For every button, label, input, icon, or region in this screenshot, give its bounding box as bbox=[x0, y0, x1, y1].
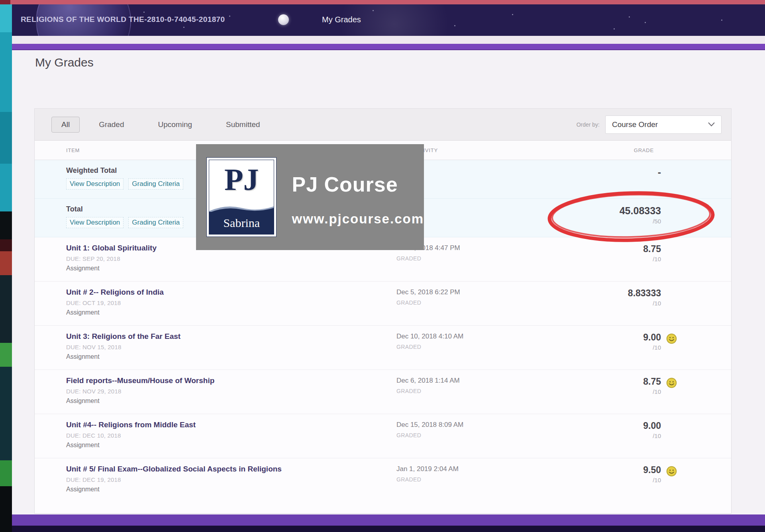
grade-cell: 8.75 /10 bbox=[595, 376, 731, 414]
content-bottom-border bbox=[12, 514, 765, 526]
item-title[interactable]: Unit 3: Religions of the Far East bbox=[66, 332, 396, 341]
star-decoration bbox=[373, 10, 374, 11]
activity-status: GRADED bbox=[396, 432, 595, 438]
star-decoration bbox=[629, 16, 630, 18]
course-header-bar: RELIGIONS OF THE WORLD THE-2810-0-74045-… bbox=[12, 4, 765, 36]
tab-graded[interactable]: Graded bbox=[99, 120, 124, 129]
last-activity-date: Dec 10, 2018 4:10 AM bbox=[396, 332, 595, 340]
grade-row: Field reports--Museum/House of Worship D… bbox=[35, 370, 731, 414]
watermark-brand: PJ Course bbox=[292, 172, 424, 196]
edge-segment bbox=[0, 486, 12, 532]
item-category: Assignment bbox=[66, 442, 396, 449]
view-description-link[interactable]: View Description bbox=[66, 217, 124, 228]
watermark-url: www.pjcourse.com bbox=[292, 211, 424, 227]
activity-status: GRADED bbox=[396, 388, 595, 394]
grade-max: /10 bbox=[643, 344, 661, 351]
screen-edge-artifact bbox=[0, 4, 12, 532]
activity-cell: Dec 6, 2018 1:14 AM GRADED bbox=[396, 376, 595, 414]
activity-status: GRADED bbox=[396, 344, 595, 350]
edge-segment bbox=[0, 164, 12, 211]
edge-segment bbox=[0, 211, 12, 251]
smiley-feedback-icon[interactable] bbox=[666, 333, 677, 344]
grade-value: 9.00 bbox=[643, 421, 661, 431]
grade-cell: 8.83333 /10 bbox=[595, 288, 731, 325]
item-due-date: DUE: NOV 29, 2018 bbox=[66, 388, 396, 395]
item-cell: Unit # 2-- Religions of India DUE: OCT 1… bbox=[35, 288, 396, 325]
item-category: Assignment bbox=[66, 486, 396, 493]
column-header-grade: GRADE bbox=[595, 147, 731, 153]
grade-cell: 8.75 /10 bbox=[595, 244, 731, 281]
smiley-feedback-icon[interactable] bbox=[666, 377, 677, 388]
last-activity-date: Dec 5, 2018 6:22 PM bbox=[396, 288, 595, 296]
activity-cell bbox=[396, 205, 595, 237]
activity-status: GRADED bbox=[396, 255, 595, 262]
item-title[interactable]: Unit #4-- Religions from Middle East bbox=[66, 421, 396, 429]
footer-bar bbox=[12, 526, 765, 532]
course-title[interactable]: RELIGIONS OF THE WORLD THE-2810-0-74045-… bbox=[21, 15, 225, 24]
grade-max: /10 bbox=[628, 300, 661, 307]
activity-cell bbox=[396, 166, 595, 198]
grade-max: /10 bbox=[643, 256, 661, 262]
grading-criteria-link[interactable]: Grading Criteria bbox=[128, 217, 183, 228]
chevron-down-icon bbox=[708, 122, 715, 127]
item-title[interactable]: Unit # 2-- Religions of India bbox=[66, 288, 396, 297]
tab-upcoming[interactable]: Upcoming bbox=[158, 120, 192, 129]
activity-cell: Dec 5, 2018 4:47 PM GRADED bbox=[396, 244, 595, 281]
tab-submitted[interactable]: Submitted bbox=[226, 120, 260, 129]
item-category: Assignment bbox=[66, 265, 396, 272]
grade-row: Unit # 5/ Final Exam--Globalized Social … bbox=[35, 458, 731, 503]
grade-max: /50 bbox=[620, 218, 661, 225]
grade-value: 45.08333 bbox=[620, 205, 661, 217]
grade-cell: 9.00 /10 bbox=[595, 332, 731, 370]
tab-all[interactable]: All bbox=[51, 117, 80, 133]
star-decoration bbox=[183, 27, 184, 28]
last-activity-date: Dec 5, 2018 4:47 PM bbox=[396, 244, 595, 252]
grade-row: Unit # 2-- Religions of India DUE: OCT 1… bbox=[35, 282, 731, 326]
item-due-date: DUE: OCT 19, 2018 bbox=[66, 299, 396, 306]
activity-status: GRADED bbox=[396, 299, 595, 306]
item-category: Assignment bbox=[66, 353, 396, 360]
grade-value: 8.75 bbox=[643, 244, 661, 254]
edge-segment bbox=[0, 32, 12, 112]
star-decoration bbox=[614, 28, 615, 29]
view-description-link[interactable]: View Description bbox=[66, 178, 124, 190]
activity-cell: Jan 1, 2019 2:04 AM GRADED bbox=[396, 465, 595, 503]
activity-status: GRADED bbox=[396, 476, 595, 483]
last-activity-date: Jan 1, 2019 2:04 AM bbox=[396, 465, 595, 473]
watermark-overlay: PJ Sabrina PJ Course www.pjcourse.com bbox=[196, 144, 424, 250]
grade-max: /10 bbox=[643, 477, 661, 483]
top-strip-corner bbox=[0, 0, 10, 4]
edge-segment bbox=[0, 4, 12, 32]
grade-max: /10 bbox=[643, 388, 661, 395]
smiley-feedback-icon[interactable] bbox=[666, 466, 677, 477]
grade-value: 9.50 bbox=[643, 465, 661, 475]
item-category: Assignment bbox=[66, 397, 396, 405]
grade-max: /10 bbox=[643, 432, 661, 439]
page-title: My Grades bbox=[35, 56, 94, 69]
item-cell: Unit # 5/ Final Exam--Globalized Social … bbox=[35, 465, 396, 503]
item-due-date: DUE: DEC 19, 2018 bbox=[66, 476, 396, 483]
pj-logo-initials: PJ bbox=[209, 162, 274, 198]
top-accent-strip bbox=[0, 0, 765, 4]
edge-segment bbox=[0, 460, 12, 486]
grading-criteria-link[interactable]: Grading Criteria bbox=[128, 178, 183, 190]
course-menu-icon[interactable] bbox=[278, 14, 289, 25]
item-cell: Field reports--Museum/House of Worship D… bbox=[35, 376, 396, 414]
grade-cell: - bbox=[595, 166, 731, 198]
edge-segment bbox=[0, 343, 12, 367]
order-by-select[interactable]: Course Order bbox=[605, 115, 722, 134]
star-decoration bbox=[143, 12, 145, 13]
item-title[interactable]: Field reports--Museum/House of Worship bbox=[66, 376, 396, 385]
item-due-date: DUE: NOV 15, 2018 bbox=[66, 344, 396, 350]
grade-row: Unit #4-- Religions from Middle East DUE… bbox=[35, 414, 731, 458]
star-decoration bbox=[721, 20, 722, 21]
order-by-label: Order by: bbox=[577, 121, 600, 128]
item-title[interactable]: Unit # 5/ Final Exam--Globalized Social … bbox=[66, 465, 396, 473]
star-decoration bbox=[454, 25, 455, 26]
item-cell: Unit #4-- Religions from Middle East DUE… bbox=[35, 421, 396, 458]
item-category: Assignment bbox=[66, 309, 396, 316]
activity-cell: Dec 15, 2018 8:09 AM GRADED bbox=[396, 421, 595, 458]
grade-value: 9.00 bbox=[643, 332, 661, 343]
pj-logo-name: Sabrina bbox=[209, 212, 274, 234]
nav-my-grades[interactable]: My Grades bbox=[322, 15, 361, 24]
